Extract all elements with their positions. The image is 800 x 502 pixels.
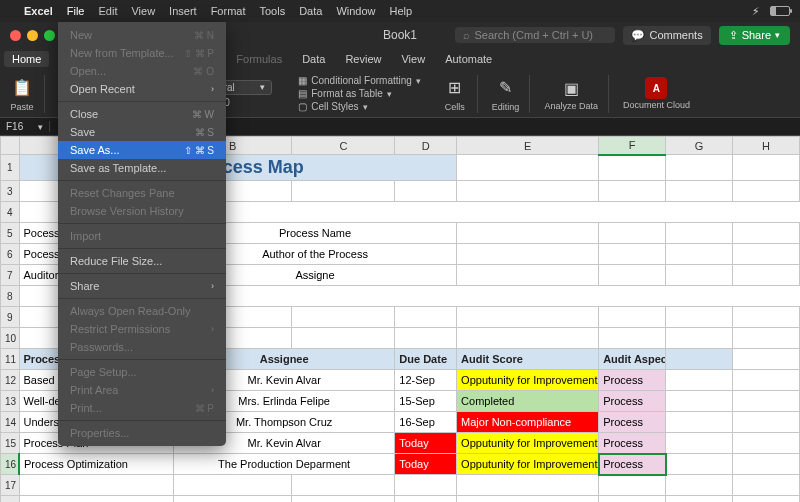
- comments-button[interactable]: 💬 Comments: [623, 26, 710, 45]
- file-menu-item[interactable]: Save⌘ S: [58, 123, 226, 141]
- file-menu-item: Passwords...: [58, 338, 226, 356]
- chevron-down-icon: ▾: [775, 30, 780, 40]
- file-menu-item: Reset Changes Pane: [58, 184, 226, 202]
- file-menu-item: Properties...: [58, 424, 226, 442]
- file-menu-item: Restrict Permissions›: [58, 320, 226, 338]
- file-menu-item[interactable]: Save As...⇧ ⌘ S: [58, 141, 226, 159]
- file-menu-dropdown[interactable]: New⌘ NNew from Template...⇧ ⌘ POpen...⌘ …: [58, 22, 226, 446]
- paste-label: Paste: [10, 102, 33, 112]
- tab-review[interactable]: Review: [337, 51, 389, 67]
- file-menu-item: New⌘ N: [58, 26, 226, 44]
- search-icon: ⌕: [463, 29, 470, 41]
- menubar-data[interactable]: Data: [299, 5, 322, 17]
- file-menu-item: Print...⌘ P: [58, 399, 226, 417]
- file-menu-item[interactable]: Close⌘ W: [58, 105, 226, 123]
- col-H[interactable]: H: [733, 137, 800, 155]
- menubar-tools[interactable]: Tools: [259, 5, 285, 17]
- cond-fmt-icon[interactable]: ▦: [298, 75, 307, 86]
- select-all-corner[interactable]: [1, 137, 20, 155]
- file-menu-item: Import: [58, 227, 226, 245]
- cell-styles-icon[interactable]: ▢: [298, 101, 307, 112]
- document-title: Book1: [383, 28, 417, 42]
- name-box[interactable]: F16▾: [0, 121, 50, 132]
- file-menu-item: Page Setup...: [58, 363, 226, 381]
- col-C[interactable]: C: [292, 137, 395, 155]
- col-F[interactable]: F: [599, 137, 666, 155]
- share-icon: ⇪: [729, 29, 738, 42]
- zoom-window-button[interactable]: [44, 30, 55, 41]
- file-menu-item[interactable]: Share›: [58, 277, 226, 295]
- wifi-icon[interactable]: ⚡︎: [752, 5, 760, 18]
- cell[interactable]: Process Optimization: [19, 454, 173, 475]
- menubar-insert[interactable]: Insert: [169, 5, 197, 17]
- tab-formulas[interactable]: Formulas: [228, 51, 290, 67]
- search-input[interactable]: ⌕ Search (Cmd + Ctrl + U): [455, 27, 615, 43]
- file-menu-item: Print Area›: [58, 381, 226, 399]
- minimize-window-button[interactable]: [27, 30, 38, 41]
- close-window-button[interactable]: [10, 30, 21, 41]
- menubar-app[interactable]: Excel: [24, 5, 53, 17]
- analyze-icon[interactable]: ▣: [559, 76, 583, 100]
- battery-icon: [770, 6, 790, 16]
- comment-icon: 💬: [631, 29, 645, 42]
- file-menu-item: Always Open Read-Only: [58, 302, 226, 320]
- file-menu-item[interactable]: Open Recent›: [58, 80, 226, 98]
- file-menu-item[interactable]: Save as Template...: [58, 159, 226, 177]
- file-menu-item: New from Template...⇧ ⌘ P: [58, 44, 226, 62]
- menubar-format[interactable]: Format: [211, 5, 246, 17]
- editing-icon[interactable]: ✎: [494, 76, 518, 100]
- mac-menubar: Excel File Edit View Insert Format Tools…: [0, 0, 800, 22]
- file-menu-item[interactable]: Reduce File Size...: [58, 252, 226, 270]
- menubar-edit[interactable]: Edit: [98, 5, 117, 17]
- tab-home[interactable]: Home: [4, 51, 49, 67]
- menubar-window[interactable]: Window: [336, 5, 375, 17]
- col-D[interactable]: D: [395, 137, 457, 155]
- cells-icon[interactable]: ⊞: [443, 76, 467, 100]
- col-G[interactable]: G: [666, 137, 733, 155]
- tab-data[interactable]: Data: [294, 51, 333, 67]
- paste-icon[interactable]: 📋: [10, 76, 34, 100]
- file-menu-item: Open...⌘ O: [58, 62, 226, 80]
- as-table-icon[interactable]: ▤: [298, 88, 307, 99]
- share-button[interactable]: ⇪ Share ▾: [719, 26, 790, 45]
- adobe-icon[interactable]: A: [645, 77, 667, 99]
- col-E[interactable]: E: [457, 137, 599, 155]
- tab-view[interactable]: View: [393, 51, 433, 67]
- menubar-view[interactable]: View: [131, 5, 155, 17]
- menubar-file[interactable]: File: [67, 5, 85, 17]
- file-menu-item: Browse Version History: [58, 202, 226, 220]
- menubar-help[interactable]: Help: [390, 5, 413, 17]
- tab-automate[interactable]: Automate: [437, 51, 500, 67]
- search-placeholder: Search (Cmd + Ctrl + U): [474, 29, 593, 41]
